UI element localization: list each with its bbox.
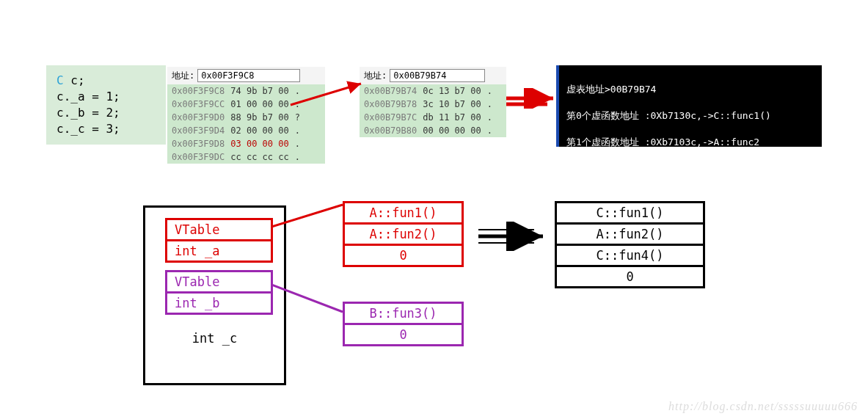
memory-row: 0x00B79B7Cdb 11 b7 00. xyxy=(360,111,506,124)
memory-body-2: 0x00B79B740c 13 b7 00.0x00B79B783c 10 b7… xyxy=(360,84,506,137)
code-block: C c; c._a = 1; c._b = 2; c._c = 3; xyxy=(46,65,166,145)
obj-vtable-b: VTable xyxy=(165,270,273,294)
memory-row: 0x00B79B740c 13 b7 00. xyxy=(360,84,506,98)
svg-line-3 xyxy=(271,205,343,227)
memory-row: 0x00B79B783c 10 b7 00. xyxy=(360,98,506,111)
obj-int-b: int _b xyxy=(165,294,273,315)
vt-c-fun4: C::fun4() xyxy=(557,246,703,267)
memory-row: 0x00F3F9D088 9b b7 00? xyxy=(167,111,325,124)
vt-c-fun2: A::fun2() xyxy=(557,225,703,246)
vt-b-zero: 0 xyxy=(345,325,462,344)
vt-c-zero: 0 xyxy=(557,267,703,286)
address-label-1: 地址: xyxy=(172,70,194,82)
vt-a-fun2: A::fun2() xyxy=(345,225,462,246)
watermark: http://blog.csdn.net/sssssuuuuu666 xyxy=(668,400,858,413)
vt-a-zero: 0 xyxy=(345,246,462,265)
vtable-b-box: B::fun3() 0 xyxy=(343,302,464,346)
arrow-vtable-a-to-box xyxy=(271,194,352,235)
obj-vtable-a: VTable xyxy=(165,218,273,241)
svg-line-4 xyxy=(271,285,343,312)
memory-row: 0x00F3F9D402 00 00 00. xyxy=(167,124,325,137)
svg-line-0 xyxy=(291,84,361,105)
memory-row: 0x00F3F9DCcc cc cc cc. xyxy=(167,150,325,164)
vt-b-fun3: B::fun3() xyxy=(345,304,462,325)
arrow-mem2-to-console xyxy=(505,88,564,109)
arrow-vt-a-to-vt-c xyxy=(475,222,556,251)
arrow-mem1-to-mem2 xyxy=(285,79,373,109)
object-layout-box: VTable int _a VTable int _b int _c xyxy=(143,205,286,385)
object-sub-a: VTable int _a xyxy=(165,218,273,263)
memory-row: 0x00B79B8000 00 00 00. xyxy=(360,124,506,137)
vt-c-fun1: C::fun1() xyxy=(557,203,703,225)
console-output: 虚表地址>00B79B74 第0个虚函数地址 :0Xb7130c,->C::fu… xyxy=(556,65,822,147)
memory-row: 0x00F3F9D803 00 00 00. xyxy=(167,137,325,150)
vtable-a-box: A::fun1() A::fun2() 0 xyxy=(343,201,464,267)
memory-view-2: 地址: 0x00B79B740c 13 b7 00.0x00B79B783c 1… xyxy=(360,67,506,137)
address-input-2[interactable] xyxy=(390,69,485,82)
obj-int-a: int _a xyxy=(165,241,273,263)
arrow-vtable-b-to-box xyxy=(271,279,352,323)
address-bar-2: 地址: xyxy=(360,67,506,84)
code-type: C xyxy=(56,73,64,87)
obj-int-c: int _c xyxy=(145,331,284,346)
vt-a-fun1: A::fun1() xyxy=(345,203,462,225)
vtable-c-box: C::fun1() A::fun2() C::fun4() 0 xyxy=(555,201,705,288)
object-sub-b: VTable int _b xyxy=(165,270,273,315)
